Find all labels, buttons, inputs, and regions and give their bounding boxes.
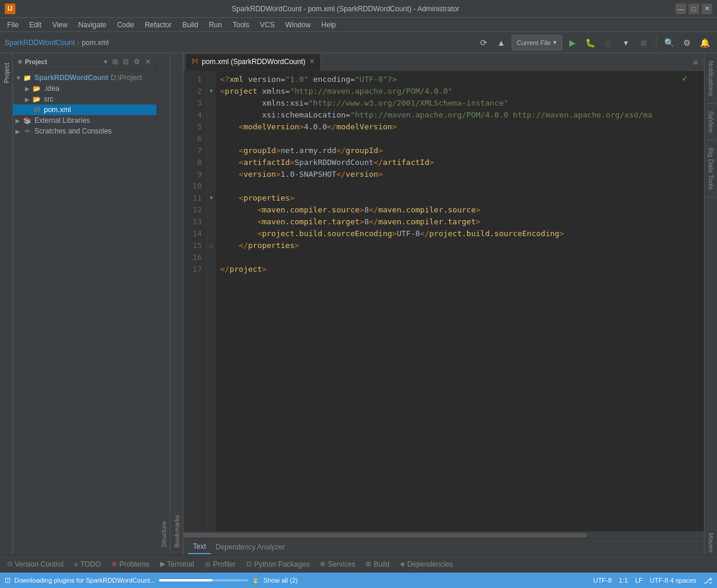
panel-dropdown-btn[interactable]: ▾ [103, 56, 109, 67]
git-push-button[interactable]: ▲ [494, 35, 509, 50]
dependency-analyzer-tab[interactable]: Dependency Analyzer [211, 540, 290, 554]
menu-edit[interactable]: Edit [24, 20, 46, 30]
run-button[interactable]: ▶ [564, 35, 580, 50]
fold-11[interactable]: ▼ [208, 192, 214, 204]
horizontal-scrollbar[interactable] [183, 531, 704, 538]
maven-tab[interactable]: Maven [708, 530, 715, 555]
tree-scratches-label: Scratches and Consoles [34, 127, 112, 135]
lf-status[interactable]: LF [635, 577, 643, 584]
build-icon: ⊞ [366, 560, 371, 568]
search-everywhere-button[interactable]: 🔍 [661, 35, 677, 50]
menu-window[interactable]: Window [281, 20, 316, 30]
services-tab[interactable]: ⊕ Services [315, 557, 360, 572]
encoding-status[interactable]: UTF-8 [593, 577, 611, 584]
show-all-link[interactable]: Show all (2) [264, 577, 298, 584]
problems-tab[interactable]: ⊗ Problems [107, 557, 154, 572]
settings-button[interactable]: ⚙ [679, 35, 694, 50]
code-line-12: <maven.compiler.source>8</maven.compiler… [220, 204, 704, 216]
current-file-dropdown[interactable]: Current File ▾ [512, 35, 562, 50]
tree-item-idea[interactable]: ▶ 📂 .idea [13, 83, 157, 94]
notifications-button[interactable]: 🔔 [697, 35, 712, 50]
code-line-4: xsi:schemaLocation="http://maven.apache.… [220, 109, 704, 121]
breadcrumb-project[interactable]: SparkRDDWordCount [5, 39, 75, 47]
line-num-12: 12 [186, 204, 202, 216]
project-panel-label[interactable]: Project [3, 61, 10, 85]
more-run-button[interactable]: ▾ [618, 35, 633, 50]
code-line-8: <artifactId>SparkRDDWordCount</artifactI… [220, 157, 704, 169]
status-bar-right: UTF-8 1:1 LF UTF-8 4 spaces ⎇ [593, 576, 712, 585]
tree-item-src[interactable]: ▶ 📂 src [13, 94, 157, 104]
git-update-button[interactable]: ⟳ [476, 35, 491, 50]
profiler-label: Profiler [213, 560, 236, 568]
line-col-status[interactable]: 1:1 [619, 577, 628, 584]
stop-button[interactable]: ⏹ [636, 35, 651, 50]
structure-tab[interactable]: Structure [160, 519, 167, 550]
line-num-6: 6 [186, 133, 202, 145]
fold-2[interactable]: ▼ [208, 85, 214, 97]
dependencies-tab[interactable]: ◈ Dependencies [395, 557, 458, 572]
indent-status[interactable]: UTF-8 4 spaces [650, 577, 696, 584]
tree-root[interactable]: ▼ 📁 SparkRDDWordCount D:\Project [13, 72, 157, 83]
menu-help[interactable]: Help [316, 20, 341, 30]
scratches-icon: ✏ [23, 127, 32, 135]
notifications-tab[interactable]: Notifications [708, 58, 715, 98]
deps-label: Dependencies [407, 560, 453, 568]
scrollbar-thumb[interactable] [183, 533, 587, 538]
version-control-tab[interactable]: ⊙ Version Control [2, 557, 68, 572]
build-label: Build [373, 560, 389, 568]
breadcrumb-file[interactable]: pom.xml [82, 39, 109, 47]
menu-build[interactable]: Build [177, 20, 203, 30]
status-bar: ⊡ Downloading plugins for SparkRDDWordCo… [0, 573, 717, 588]
tree-item-external-libs[interactable]: ▶ 📚 External Libraries [13, 115, 157, 126]
breadcrumb-sep: › [77, 39, 80, 47]
text-tab[interactable]: Text [188, 540, 211, 554]
menu-tools[interactable]: Tools [228, 20, 254, 30]
panel-expand-btn[interactable]: ⊞ [111, 56, 119, 67]
menu-code[interactable]: Code [112, 20, 139, 30]
fold-4 [208, 109, 214, 121]
tree-item-scratches[interactable]: ▶ ✏ Scratches and Consoles [13, 126, 157, 136]
profiler-tab[interactable]: ◎ Profiler [200, 557, 240, 572]
project-panel-title: Project [25, 58, 100, 65]
close-button[interactable]: ✕ [702, 4, 712, 14]
terminal-tab[interactable]: ▶ Terminal [156, 557, 199, 572]
menu-vcs[interactable]: VCS [255, 20, 280, 30]
sqview-tab[interactable]: SqView [708, 109, 715, 135]
header-icon: ⊕ [18, 59, 23, 65]
todo-tab[interactable]: ≡ TODO [69, 557, 106, 572]
tree-root-path: D:\Project [110, 74, 142, 82]
editor-tab-pom[interactable]: 𝕄 pom.xml (SparkRDDWordCount) ✕ [186, 54, 321, 71]
title-bar-controls: — □ ✕ [675, 4, 712, 14]
menu-file[interactable]: File [2, 20, 23, 30]
debug-button[interactable]: 🐛 [582, 35, 598, 50]
line-num-15: 15 [186, 240, 202, 252]
big-data-tools-tab[interactable]: Big Data Tools [708, 145, 715, 192]
fold-9 [208, 169, 214, 180]
tree-arrow-idea: ▶ [25, 85, 32, 92]
menu-refactor[interactable]: Refactor [140, 20, 176, 30]
maximize-button[interactable]: □ [689, 4, 699, 14]
menu-view[interactable]: View [47, 20, 72, 30]
fold-15[interactable]: □ [208, 240, 214, 252]
dropdown-arrow-icon: ▾ [553, 39, 557, 46]
tab-close-button[interactable]: ✕ [309, 58, 315, 65]
fold-8 [208, 157, 214, 169]
menu-navigate[interactable]: Navigate [74, 20, 111, 30]
menu-run[interactable]: Run [204, 20, 227, 30]
panel-close-btn[interactable]: ✕ [144, 56, 152, 67]
panel-settings-btn[interactable]: ⚙ [132, 56, 141, 67]
minimize-button[interactable]: — [675, 4, 686, 14]
line-num-16: 16 [186, 252, 202, 263]
project-strip: Project [0, 53, 13, 555]
code-editor[interactable]: <?xml version="1.0" encoding="UTF-8"?> <… [215, 71, 704, 531]
panel-collapse-btn[interactable]: ⊟ [122, 56, 130, 67]
build-tab[interactable]: ⊞ Build [361, 557, 394, 572]
tree-item-pomxml[interactable]: ▶ 𝕄 pom.xml [13, 104, 157, 115]
check-mark-icon: ✓ [681, 74, 689, 83]
python-packages-tab[interactable]: ⊡ Python Packages [242, 557, 314, 572]
tab-menu-button[interactable]: ≡ [690, 58, 702, 67]
title-bar-left: IJ [5, 4, 15, 14]
coverage-button[interactable]: ◎ [600, 35, 616, 50]
bookmarks-tab[interactable]: Bookmarks [173, 513, 180, 550]
code-line-5: <modelVersion>4.0.0</modelVersion> [220, 121, 704, 133]
